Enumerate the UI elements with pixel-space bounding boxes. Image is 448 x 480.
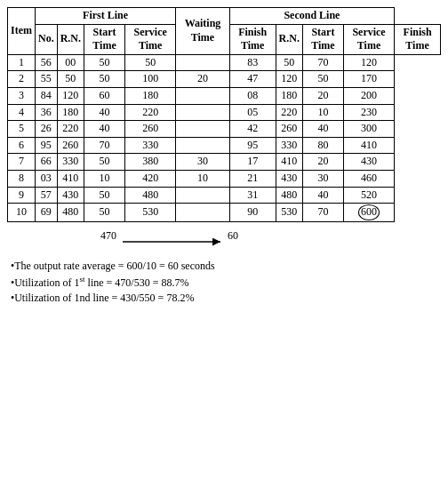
table-cell: 42 — [229, 121, 276, 138]
table-row: 384120601800818020200 — [8, 87, 441, 104]
table-row: 695260703309533080410 — [8, 137, 441, 154]
table-cell: 83 — [229, 54, 276, 71]
table-cell: 50 — [276, 54, 302, 71]
table-cell: 10 — [176, 170, 230, 187]
table-cell: 40 — [84, 121, 125, 138]
table-cell: 20 — [302, 87, 343, 104]
fl-rn-header: R.N. — [57, 24, 84, 54]
table-cell: 26 — [36, 121, 58, 138]
table-cell: 70 — [302, 54, 343, 71]
table-cell: 57 — [36, 187, 58, 204]
table-cell: 55 — [36, 71, 58, 88]
table-row: 2555050100204712050170 — [8, 71, 441, 88]
arrow-svg — [7, 226, 441, 254]
table-cell — [176, 187, 230, 204]
table-cell: 410 — [343, 137, 394, 154]
output-rate-line: •The output rate average = 600/10 = 60 s… — [11, 260, 441, 273]
table-cell: 600 — [343, 204, 394, 222]
table-cell: 50 — [84, 54, 125, 71]
table-row: 526220402604226040300 — [8, 121, 441, 138]
table-cell: 5 — [8, 121, 36, 138]
table-cell: 480 — [57, 204, 84, 222]
table-cell: 330 — [125, 137, 176, 154]
table-cell: 180 — [57, 104, 84, 121]
table-cell: 120 — [343, 54, 394, 71]
arrow-area: 470 60 — [7, 226, 441, 254]
table-cell — [176, 104, 230, 121]
table-cell: 20 — [302, 154, 343, 171]
sl-finish-header: Finish Time — [395, 24, 441, 54]
table-cell: 170 — [343, 71, 394, 88]
table-cell: 220 — [276, 104, 302, 121]
table-cell: 10 — [302, 104, 343, 121]
waiting-time-header: Waiting Time — [176, 8, 230, 55]
table-cell: 2 — [8, 71, 36, 88]
table-cell: 200 — [343, 87, 394, 104]
table-cell: 36 — [36, 104, 58, 121]
fl-no-header: No. — [36, 24, 58, 54]
table-cell: 08 — [229, 87, 276, 104]
table-cell: 220 — [57, 121, 84, 138]
table-cell: 17 — [229, 154, 276, 171]
simulation-table: Item First Line Waiting Time Second Line… — [7, 7, 441, 222]
table-cell: 21 — [229, 170, 276, 187]
table-cell: 70 — [84, 137, 125, 154]
utilization-1st-line: •Utilization of 1st line = 470/530 = 88.… — [11, 275, 441, 290]
table-cell: 180 — [276, 87, 302, 104]
table-cell: 50 — [302, 71, 343, 88]
table-cell: 120 — [276, 71, 302, 88]
item-header: Item — [8, 8, 36, 55]
table-cell: 530 — [125, 204, 176, 222]
second-line-header: Second Line — [229, 8, 394, 25]
table-row: 436180402200522010230 — [8, 104, 441, 121]
table-cell: 47 — [229, 71, 276, 88]
table-cell — [176, 121, 230, 138]
table-cell: 05 — [229, 104, 276, 121]
table-cell: 03 — [36, 170, 58, 187]
table-cell: 100 — [125, 71, 176, 88]
table-cell — [176, 54, 230, 71]
table-cell: 230 — [343, 104, 394, 121]
table-cell: 330 — [57, 154, 84, 171]
fl-finish-header: Finish Time — [229, 24, 276, 54]
table-cell: 420 — [125, 170, 176, 187]
first-line-header: First Line — [36, 8, 176, 25]
table-cell: 9 — [8, 187, 36, 204]
table-cell: 330 — [276, 137, 302, 154]
table-cell: 300 — [343, 121, 394, 138]
table-cell: 30 — [176, 154, 230, 171]
table-cell: 50 — [84, 187, 125, 204]
table-cell: 430 — [343, 154, 394, 171]
table-cell: 69 — [36, 204, 58, 222]
table-cell: 410 — [57, 170, 84, 187]
table-cell: 220 — [125, 104, 176, 121]
table-cell: 95 — [229, 137, 276, 154]
table-row: 1069480505309053070600 — [8, 204, 441, 222]
table-cell: 60 — [84, 87, 125, 104]
table-cell: 50 — [84, 154, 125, 171]
table-cell: 6 — [8, 137, 36, 154]
table-cell: 50 — [125, 54, 176, 71]
table-cell: 40 — [302, 121, 343, 138]
table-cell: 00 — [57, 54, 84, 71]
table-cell: 530 — [276, 204, 302, 222]
table-cell: 380 — [125, 154, 176, 171]
table-cell: 84 — [36, 87, 58, 104]
table-cell — [176, 204, 230, 222]
table-cell: 50 — [84, 71, 125, 88]
table-cell: 10 — [8, 204, 36, 222]
table-cell: 3 — [8, 87, 36, 104]
table-cell — [176, 137, 230, 154]
fl-service-header: Service Time — [125, 24, 176, 54]
table-cell: 430 — [57, 187, 84, 204]
table-cell: 95 — [36, 137, 58, 154]
table-cell: 70 — [302, 204, 343, 222]
table-cell: 40 — [84, 104, 125, 121]
utilization-2nd-line: •Utilization of 1nd line = 430/550 = 78.… — [11, 292, 441, 305]
table-row: 156005050835070120 — [8, 54, 441, 71]
table-cell: 66 — [36, 154, 58, 171]
summary-section: •The output rate average = 600/10 = 60 s… — [7, 260, 441, 305]
table-cell: 480 — [276, 187, 302, 204]
table-cell — [176, 87, 230, 104]
table-cell: 260 — [57, 137, 84, 154]
